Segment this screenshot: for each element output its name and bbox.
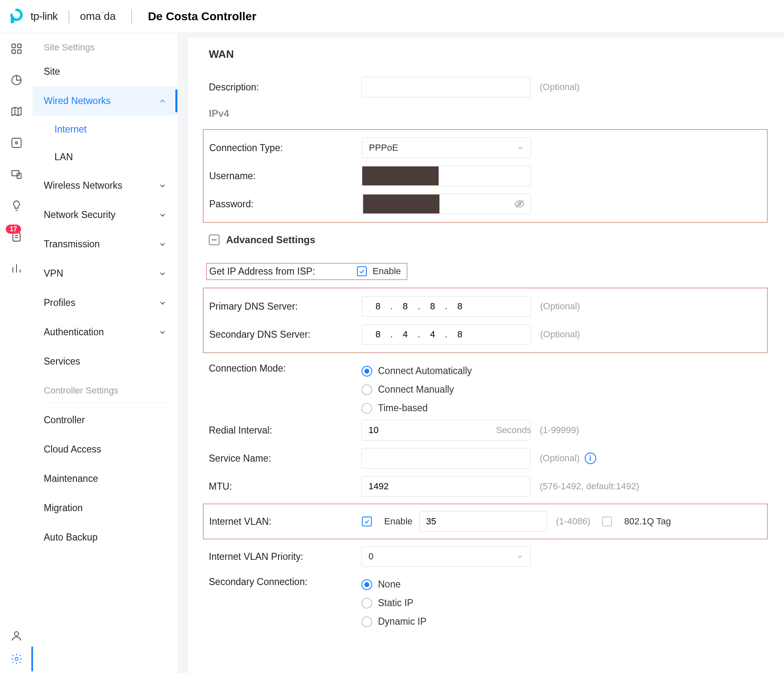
- collapse-icon: [209, 235, 220, 245]
- brand-cluster: tp-link oma⌢da De Costa Controller: [8, 8, 256, 25]
- svg-rect-4: [17, 50, 21, 54]
- svg-rect-1: [12, 44, 15, 48]
- brand-divider: [131, 9, 132, 24]
- sidebar-item-cloud-access[interactable]: Cloud Access: [33, 435, 177, 464]
- password-label: Password:: [209, 199, 362, 210]
- sidebar-item-vpn[interactable]: VPN: [33, 259, 177, 288]
- username-label: Username:: [209, 171, 362, 182]
- sidebar-item-maintenance[interactable]: Maintenance: [33, 464, 177, 493]
- service-name-input[interactable]: [361, 448, 531, 469]
- sidebar-sub-lan[interactable]: LAN: [33, 143, 177, 171]
- optional-hint: (Optional): [540, 301, 580, 312]
- svg-point-12: [15, 657, 18, 661]
- radio-connect-auto[interactable]: Connect Automatically: [361, 365, 472, 377]
- clients-icon[interactable]: [9, 167, 24, 182]
- sidebar-item-wireless-networks[interactable]: Wireless Networks: [33, 171, 177, 200]
- chevron-down-icon: [158, 270, 167, 278]
- connection-mode-label: Connection Mode:: [209, 363, 361, 374]
- svg-point-11: [14, 632, 19, 636]
- sidebar-item-wired-networks[interactable]: Wired Networks: [33, 86, 177, 116]
- sidebar-item-auto-backup[interactable]: Auto Backup: [33, 523, 177, 552]
- brand-tplink: tp-link: [31, 10, 58, 23]
- wan-heading: WAN: [209, 48, 767, 61]
- settings-sidebar: Site Settings Site Wired Networks Intern…: [33, 33, 177, 673]
- radio-sec-dynamic[interactable]: Dynamic IP: [361, 616, 427, 627]
- eye-off-icon[interactable]: [514, 199, 525, 209]
- insights-icon[interactable]: [9, 198, 24, 213]
- header: tp-link oma⌢da De Costa Controller: [0, 0, 784, 33]
- vlan-id-input[interactable]: [419, 511, 547, 532]
- chevron-down-icon: [158, 182, 167, 190]
- vlan-enable-checkbox[interactable]: [362, 517, 372, 526]
- svg-rect-10: [13, 233, 20, 241]
- enable-label: Enable: [384, 516, 413, 527]
- content-area: WAN Description: (Optional) IPv4 Connect…: [177, 33, 784, 673]
- svg-point-7: [15, 142, 17, 144]
- primary-dns-input[interactable]: . . .: [362, 296, 531, 317]
- radio-sec-none[interactable]: None: [361, 579, 427, 590]
- advanced-toggle[interactable]: Advanced Settings: [209, 234, 767, 246]
- svg-rect-6: [12, 138, 21, 148]
- secondary-dns-label: Secondary DNS Server:: [209, 329, 362, 340]
- sidebar-item-site[interactable]: Site: [33, 57, 177, 86]
- tplink-logo-icon: [8, 8, 25, 25]
- redial-input[interactable]: [362, 425, 489, 436]
- mtu-label: MTU:: [209, 481, 361, 492]
- vlan-priority-select[interactable]: 0: [361, 546, 531, 567]
- vlan-tag-label: 802.1Q Tag: [624, 516, 671, 527]
- dashboard-icon[interactable]: [9, 41, 24, 56]
- vlan-priority-value: 0: [368, 551, 373, 562]
- password-input[interactable]: [363, 194, 439, 213]
- secondary-connection-label: Secondary Connection:: [209, 576, 361, 588]
- connection-type-select[interactable]: PPPoE: [362, 137, 531, 158]
- vlan-label: Internet VLAN:: [209, 516, 362, 527]
- svg-rect-3: [12, 50, 15, 54]
- redial-label: Redial Interval:: [209, 425, 361, 436]
- sidebar-heading-site: Site Settings: [33, 33, 177, 57]
- redial-unit: Seconds: [489, 425, 539, 436]
- devices-icon[interactable]: [9, 135, 24, 150]
- username-input[interactable]: [362, 166, 439, 185]
- sidebar-item-network-security[interactable]: Network Security: [33, 200, 177, 230]
- sidebar-item-services[interactable]: Services: [33, 347, 177, 376]
- mtu-input[interactable]: [361, 476, 531, 497]
- chevron-down-icon: [517, 144, 524, 152]
- connection-type-label: Connection Type:: [209, 142, 362, 154]
- sidebar-item-migration[interactable]: Migration: [33, 493, 177, 523]
- optional-hint: (Optional): [540, 329, 580, 340]
- icon-rail: 17: [0, 33, 33, 673]
- primary-dns-label: Primary DNS Server:: [209, 301, 362, 312]
- radio-sec-static[interactable]: Static IP: [361, 597, 427, 609]
- radio-connect-manual[interactable]: Connect Manually: [361, 384, 472, 395]
- sidebar-sub-internet[interactable]: Internet: [33, 116, 177, 143]
- description-input[interactable]: [361, 77, 531, 97]
- sidebar-item-transmission[interactable]: Transmission: [33, 230, 177, 259]
- chevron-down-icon: [158, 328, 167, 336]
- settings-icon[interactable]: [9, 652, 24, 666]
- brand-divider: [68, 10, 69, 23]
- vlan-tag-checkbox[interactable]: [602, 517, 612, 526]
- chevron-down-icon: [158, 211, 167, 219]
- connection-type-value: PPPoE: [369, 142, 398, 153]
- radio-time-based[interactable]: Time-based: [361, 403, 472, 414]
- secondary-dns-input[interactable]: . . .: [362, 324, 531, 345]
- statistics-icon[interactable]: [9, 73, 24, 88]
- sidebar-item-authentication[interactable]: Authentication: [33, 318, 177, 347]
- redial-hint: (1-99999): [540, 425, 579, 436]
- brand-omada: oma⌢da: [80, 10, 116, 23]
- omada-accent-icon: ⌢: [101, 9, 104, 15]
- ipv4-heading: IPv4: [209, 108, 767, 119]
- sidebar-divider: [44, 403, 167, 403]
- map-icon[interactable]: [9, 104, 24, 119]
- logs-icon[interactable]: 17: [9, 230, 24, 244]
- get-ip-label: Get IP Address from ISP:: [207, 266, 357, 277]
- chevron-down-icon: [516, 553, 524, 560]
- get-ip-checkbox[interactable]: [357, 266, 367, 276]
- svg-rect-2: [17, 44, 21, 48]
- account-icon[interactable]: [9, 628, 24, 643]
- sidebar-item-profiles[interactable]: Profiles: [33, 288, 177, 318]
- vlan-hint: (1-4086): [556, 516, 590, 527]
- reports-icon[interactable]: [9, 261, 24, 276]
- info-icon[interactable]: i: [585, 453, 596, 464]
- sidebar-item-controller[interactable]: Controller: [33, 405, 177, 435]
